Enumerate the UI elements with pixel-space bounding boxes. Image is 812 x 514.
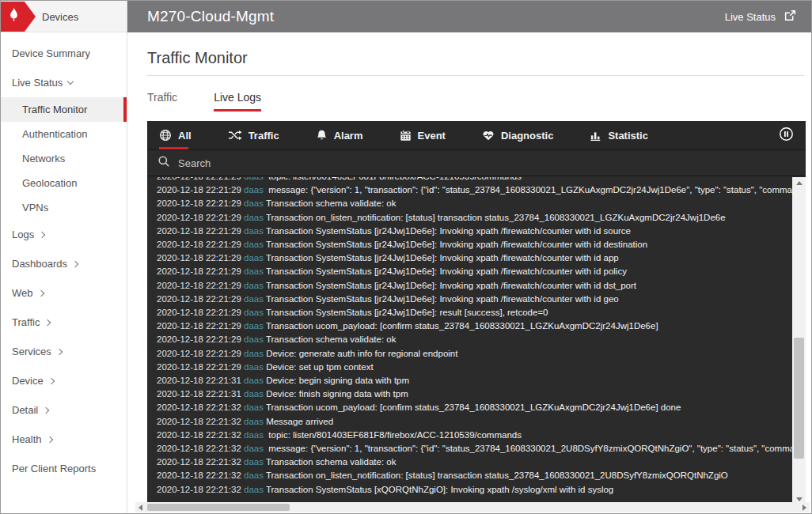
log-message: Transaction SystemStatus [jr24Jwj1De6e]:… xyxy=(266,253,619,263)
log-timestamp: 2020-12-18 22:21:31 xyxy=(157,389,241,399)
sidebar-item-label: Geolocation xyxy=(22,177,77,189)
log-filter-tab-diagnostic[interactable]: Diagnostic xyxy=(482,121,553,149)
sidebar-item-label: Detail xyxy=(12,404,38,416)
log-timestamp: 2020-12-18 22:21:29 xyxy=(157,253,241,263)
pause-live-logs-icon xyxy=(779,127,794,145)
log-row: 2020-12-18 22:21:32 daas message: {"vers… xyxy=(157,442,792,455)
sidebar-item-label: Live Status xyxy=(12,77,63,89)
log-filter-tab-all[interactable]: All xyxy=(159,121,192,149)
flame-icon xyxy=(7,6,21,27)
bar-chart-icon xyxy=(590,130,601,142)
log-message: Transaction SystemStatus [jr24Jwj1De6e]:… xyxy=(266,240,647,249)
log-source: daas xyxy=(244,485,264,494)
scroll-up-arrow-icon[interactable] xyxy=(792,177,806,188)
scroll-left-arrow-icon[interactable] xyxy=(135,502,146,512)
log-filter-tab-traffic[interactable]: Traffic xyxy=(228,121,279,149)
log-timestamp: 2020-12-18 22:21:32 xyxy=(157,485,241,494)
pause-live-logs-button[interactable] xyxy=(779,121,794,149)
horizontal-scrollbar[interactable] xyxy=(135,502,810,512)
brand-flag xyxy=(1,2,36,32)
sidebar-item-networks[interactable]: Networks xyxy=(1,146,127,171)
sidebar-item-services[interactable]: Services xyxy=(1,337,127,366)
log-timestamp: 2020-12-18 22:21:32 xyxy=(157,430,241,440)
log-row: 2020-12-18 22:21:32 daas Transaction uco… xyxy=(157,401,792,414)
sidebar-item-geolocation[interactable]: Geolocation xyxy=(1,171,127,195)
live-status-link[interactable]: Live Status xyxy=(725,9,811,25)
scroll-right-arrow-icon[interactable] xyxy=(799,502,810,512)
log-timestamp: 2020-12-18 22:21:29 xyxy=(157,226,241,236)
log-timestamp: 2020-12-18 22:21:32 xyxy=(157,444,241,453)
sidebar-item-traffic-monitor[interactable]: Traffic Monitor xyxy=(1,97,127,122)
log-timestamp: 2020-12-18 22:21:29 xyxy=(157,185,241,195)
log-filter-tab-statistic[interactable]: Statistic xyxy=(590,121,648,149)
log-timestamp: 2020-12-18 22:21:29 xyxy=(157,294,241,304)
sidebar-item-per-client-reports[interactable]: Per Client Reports xyxy=(1,454,127,483)
log-timestamp: 2020-12-18 22:21:29 xyxy=(157,321,241,331)
log-message: Transaction schema validate: ok xyxy=(266,334,397,344)
title-divider xyxy=(147,75,804,76)
log-message: topic: listen/801403EF681F8/firebox/ACC-… xyxy=(266,177,522,181)
log-filter-tab-alarm[interactable]: Alarm xyxy=(316,121,363,149)
log-source: daas xyxy=(244,185,264,195)
chevron-right-icon xyxy=(48,378,55,384)
tab-traffic[interactable]: Traffic xyxy=(147,91,177,111)
log-lines: 2020-12-18 22:21:29 daas topic: listen/8… xyxy=(147,177,792,505)
sidebar-item-vpns[interactable]: VPNs xyxy=(1,195,127,220)
log-message: Transaction schema validate: ok xyxy=(266,198,397,208)
log-message: Transaction SystemStatus [jr24Jwj1De6e]:… xyxy=(266,294,619,304)
log-filter-tabbar: AllTrafficAlarmEventDiagnosticStatistic xyxy=(147,121,806,150)
chevron-right-icon xyxy=(37,290,44,297)
brand-label: Devices xyxy=(42,11,78,23)
log-row: 2020-12-18 22:21:29 daas Transaction Sys… xyxy=(157,265,792,278)
log-timestamp: 2020-12-18 22:21:29 xyxy=(157,334,241,344)
log-message: Transaction SystemStatus [jr24Jwj1De6e]:… xyxy=(266,226,631,236)
log-source: daas xyxy=(244,198,264,208)
chevron-right-icon xyxy=(72,261,78,267)
log-message: Transaction on_listen_notification: [sta… xyxy=(266,471,728,480)
log-timestamp: 2020-12-18 22:21:29 xyxy=(157,362,241,372)
sidebar-item-authentication[interactable]: Authentication xyxy=(1,122,127,146)
log-timestamp: 2020-12-18 22:21:29 xyxy=(157,266,241,276)
chevron-right-icon xyxy=(56,349,63,355)
log-timestamp: 2020-12-18 22:21:31 xyxy=(157,376,241,385)
sidebar-item-web[interactable]: Web xyxy=(1,278,127,308)
horizontal-scroll-thumb[interactable] xyxy=(147,504,290,511)
log-source: daas xyxy=(244,349,264,358)
log-row: 2020-12-18 22:21:32 daas topic: listen/8… xyxy=(157,429,792,442)
sidebar-item-traffic[interactable]: Traffic xyxy=(1,308,127,337)
sidebar-item-label: VPNs xyxy=(22,202,48,214)
sidebar-item-label: Dashboards xyxy=(12,258,67,270)
log-message: Transaction ucom_payload: [confirm statu… xyxy=(266,403,681,412)
log-timestamp: 2020-12-18 22:21:29 xyxy=(157,177,241,181)
log-row: 2020-12-18 22:21:29 daas message: {"vers… xyxy=(157,183,792,197)
log-row: 2020-12-18 22:21:32 daas Message arrived xyxy=(157,415,792,429)
search-icon xyxy=(157,155,170,171)
log-source: daas xyxy=(244,403,264,412)
tab-live-logs[interactable]: Live Logs xyxy=(214,91,261,111)
log-message: Device: set up tpm context xyxy=(266,362,374,372)
search-input[interactable] xyxy=(178,157,495,169)
vertical-scroll-thumb[interactable] xyxy=(794,338,804,459)
sidebar-item-detail[interactable]: Detail xyxy=(1,395,127,425)
heart-pulse-icon xyxy=(482,130,495,142)
log-timestamp: 2020-12-18 22:21:29 xyxy=(157,240,241,249)
sidebar-item-health[interactable]: Health xyxy=(1,425,127,454)
log-filter-tab-label: Event xyxy=(418,130,446,142)
log-filter-tab-event[interactable]: Event xyxy=(400,121,446,149)
sidebar-item-logs[interactable]: Logs xyxy=(1,220,127,249)
sidebar-item-dashboards[interactable]: Dashboards xyxy=(1,249,127,278)
vertical-scrollbar[interactable] xyxy=(792,177,806,505)
log-source: daas xyxy=(244,471,264,480)
sidebar-item-live-status[interactable]: Live Status xyxy=(1,68,127,97)
brand: Devices xyxy=(1,1,127,32)
log-row: 2020-12-18 22:21:32 daas Transaction on_… xyxy=(157,469,792,482)
log-row: 2020-12-18 22:21:29 daas Device: set up … xyxy=(157,361,792,374)
sidebar-item-device-summary[interactable]: Device Summary xyxy=(1,39,127,68)
chevron-right-icon xyxy=(43,407,49,414)
chevron-right-icon xyxy=(44,319,51,326)
log-source: daas xyxy=(244,430,264,440)
bell-icon xyxy=(316,129,328,142)
log-source: daas xyxy=(244,294,264,304)
sidebar-item-device[interactable]: Device xyxy=(1,366,127,395)
log-row: 2020-12-18 22:21:29 daas Device: generat… xyxy=(157,347,792,361)
